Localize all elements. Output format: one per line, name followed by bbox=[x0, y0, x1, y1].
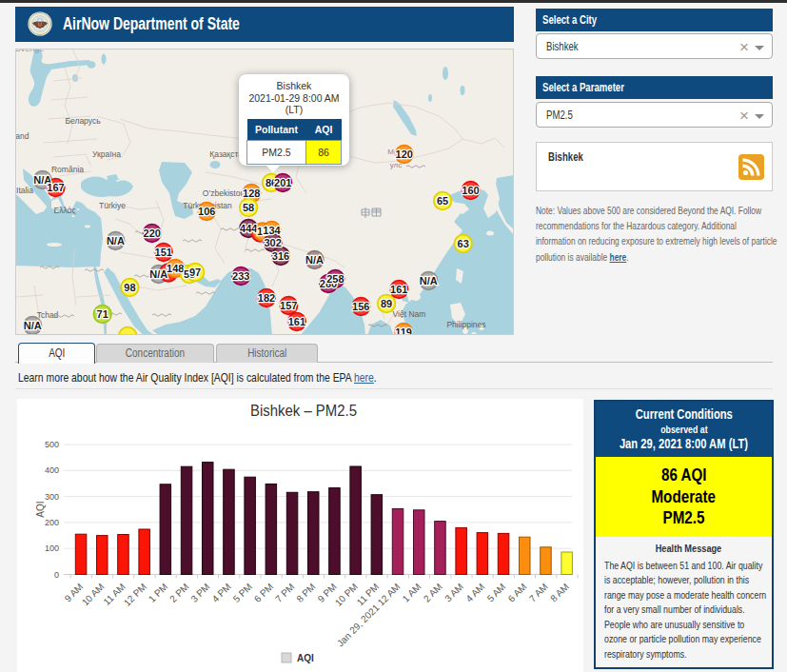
svg-text:1 AM: 1 AM bbox=[401, 582, 423, 604]
svg-text:6 PM: 6 PM bbox=[252, 582, 275, 604]
svg-text:65: 65 bbox=[437, 195, 448, 207]
svg-text:10 PM: 10 PM bbox=[333, 582, 360, 608]
svg-text:Україна: Україна bbox=[92, 149, 121, 159]
svg-text:România: România bbox=[51, 165, 84, 174]
svg-text:220: 220 bbox=[144, 227, 161, 239]
svg-text:200: 200 bbox=[45, 518, 59, 527]
svg-text:O’zbekiston: O’zbekiston bbox=[203, 188, 246, 198]
svg-text:7 PM: 7 PM bbox=[273, 582, 296, 604]
svg-text:4 PM: 4 PM bbox=[210, 582, 233, 604]
svg-text:12 PM: 12 PM bbox=[122, 582, 148, 608]
svg-text:N/A: N/A bbox=[24, 320, 42, 331]
svg-text:316: 316 bbox=[272, 250, 289, 262]
svg-text:302: 302 bbox=[264, 237, 281, 248]
svg-text:2 PM: 2 PM bbox=[167, 582, 190, 604]
svg-text:Philippines: Philippines bbox=[446, 320, 485, 329]
svg-text:100: 100 bbox=[45, 544, 59, 553]
svg-text:hland: hland bbox=[15, 131, 30, 141]
svg-text:233: 233 bbox=[232, 270, 249, 282]
svg-text:160: 160 bbox=[462, 185, 479, 196]
svg-text:167: 167 bbox=[47, 182, 64, 193]
svg-text:63: 63 bbox=[458, 238, 469, 249]
svg-text:157: 157 bbox=[280, 300, 297, 311]
svg-text:2 AM: 2 AM bbox=[422, 582, 444, 604]
svg-text:161: 161 bbox=[390, 284, 407, 295]
svg-text:N/A: N/A bbox=[305, 254, 324, 266]
svg-text:128: 128 bbox=[243, 188, 260, 199]
svg-text:201: 201 bbox=[274, 177, 291, 188]
svg-text:0: 0 bbox=[54, 570, 59, 580]
svg-text:134: 134 bbox=[263, 225, 281, 236]
svg-text:258: 258 bbox=[326, 273, 344, 285]
svg-text:71: 71 bbox=[97, 308, 108, 320]
svg-text:300: 300 bbox=[45, 492, 59, 502]
svg-text:89: 89 bbox=[381, 298, 392, 309]
svg-text:N/A: N/A bbox=[420, 275, 438, 287]
svg-text:6 AM: 6 AM bbox=[506, 582, 529, 604]
svg-text:5 PM: 5 PM bbox=[231, 582, 254, 604]
svg-text:120: 120 bbox=[396, 148, 413, 160]
svg-text:8 AM: 8 AM bbox=[548, 582, 571, 604]
svg-text:3 PM: 3 PM bbox=[188, 582, 211, 604]
svg-text:Việt Nam: Việt Nam bbox=[393, 309, 426, 319]
svg-text:3 AM: 3 AM bbox=[443, 582, 465, 604]
svg-text:97: 97 bbox=[189, 267, 201, 278]
svg-text:106: 106 bbox=[198, 206, 215, 217]
svg-text:Tchad: Tchad bbox=[37, 310, 59, 320]
svg-text:Italia: Italia bbox=[16, 186, 33, 195]
svg-text:AQI: AQI bbox=[297, 653, 314, 663]
svg-text:156: 156 bbox=[352, 301, 369, 312]
svg-text:148: 148 bbox=[167, 263, 184, 274]
svg-text:182: 182 bbox=[258, 292, 275, 304]
svg-text:7 AM: 7 AM bbox=[527, 582, 550, 604]
svg-text:AQI: AQI bbox=[35, 501, 46, 517]
svg-text:4 AM: 4 AM bbox=[463, 582, 486, 604]
svg-text:Türkiye: Türkiye bbox=[99, 201, 126, 210]
svg-text:10 AM: 10 AM bbox=[80, 582, 107, 608]
svg-text:N/A: N/A bbox=[107, 235, 125, 247]
svg-text:Ελλάς: Ελλάς bbox=[53, 206, 75, 215]
svg-text:500: 500 bbox=[45, 440, 59, 449]
svg-text:5 AM: 5 AM bbox=[485, 582, 508, 604]
svg-text:151: 151 bbox=[155, 247, 172, 258]
svg-text:1 PM: 1 PM bbox=[147, 582, 169, 604]
svg-text:119: 119 bbox=[395, 326, 412, 335]
svg-text:8 PM: 8 PM bbox=[294, 582, 317, 604]
svg-text:N/A: N/A bbox=[149, 268, 167, 280]
svg-text:Bishkek – PM2.5: Bishkek – PM2.5 bbox=[250, 403, 357, 419]
svg-text:98: 98 bbox=[124, 282, 135, 293]
svg-text:161: 161 bbox=[288, 316, 305, 327]
svg-text:58: 58 bbox=[243, 202, 254, 213]
svg-text:Беларусь: Беларусь bbox=[65, 116, 101, 126]
svg-text:400: 400 bbox=[45, 465, 59, 475]
svg-text:444: 444 bbox=[240, 223, 258, 234]
